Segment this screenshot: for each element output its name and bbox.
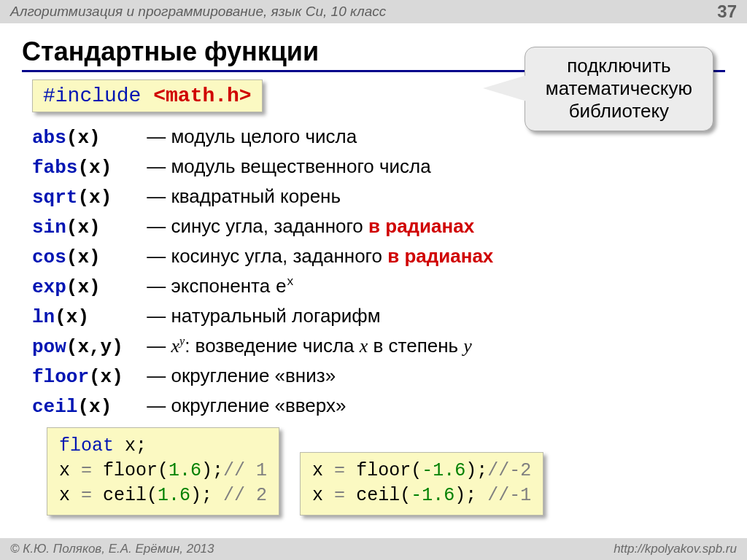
func-row: ceil(x) — округление «вверх» (32, 392, 747, 421)
func-row: pow(x,y) — xy: возведение числа x в степ… (32, 332, 747, 362)
func-row: cos(x) — косинус угла, заданного в радиа… (32, 242, 747, 272)
callout-line: математическую (546, 77, 692, 100)
callout: подключить математическую библиотеку (525, 47, 713, 131)
func-row: fabs(x) — модуль вещественного числа (32, 152, 747, 182)
func-row: sqrt(x) — квадратный корень (32, 182, 747, 212)
callout-line: подключить (546, 55, 692, 77)
page-number: 37 (717, 1, 737, 22)
header-title: Алгоритмизация и программирование, язык … (10, 4, 386, 20)
example-box: float x; x = floor(1.6);// 1 x = ceil(1.… (47, 427, 279, 516)
examples: float x; x = floor(1.6);// 1 x = ceil(1.… (47, 427, 747, 516)
func-row: ln(x) — натуральный логарифм (32, 302, 747, 332)
footer-url: http://kpolyakov.spb.ru (614, 542, 737, 556)
function-list: abs(x) — модуль целого числа fabs(x) — м… (32, 122, 747, 421)
include-keyword: #include (43, 85, 141, 107)
func-row: floor(x) — округление «вниз» (32, 362, 747, 392)
example-box: x = floor(-1.6);//-2 x = ceil(-1.6); //-… (300, 452, 543, 516)
slide-header: Алгоритмизация и программирование, язык … (0, 0, 747, 23)
func-row: sin(x) — синус угла, заданного в радиана… (32, 212, 747, 242)
copyright: © К.Ю. Поляков, Е.А. Ерёмин, 2013 (10, 542, 214, 556)
include-library: <math.h> (153, 85, 251, 107)
slide-footer: © К.Ю. Поляков, Е.А. Ерёмин, 2013 http:/… (0, 538, 747, 560)
include-directive: #include <math.h> (32, 79, 263, 112)
func-row: exp(x) — экспонента ex (32, 272, 747, 302)
callout-line: библиотеку (546, 100, 692, 122)
